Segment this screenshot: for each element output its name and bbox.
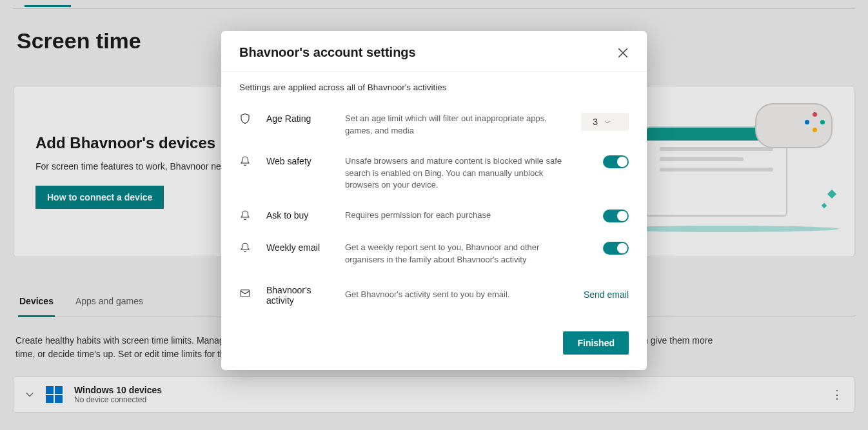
activity-desc: Get Bhavnoor's activity sent to you by e… [345,289,576,301]
age-rating-value: 3 [593,117,598,127]
shield-icon [239,113,259,127]
web-safety-toggle[interactable] [603,155,629,168]
age-rating-label: Age Rating [266,113,337,124]
modal-header: Bhavnoor's account settings [221,31,647,72]
finished-button[interactable]: Finished [563,331,629,355]
web-safety-label: Web safety [266,155,337,166]
setting-row-activity: Bhavnoor's activity Get Bhavnoor's activ… [239,275,629,315]
modal-subtitle: Settings are applied across all of Bhavn… [239,83,629,92]
bell-icon [239,210,259,224]
activity-label: Bhavnoor's activity [266,284,337,306]
send-email-link[interactable]: Send email [584,289,629,300]
close-icon[interactable] [617,47,629,59]
modal-title: Bhavnoor's account settings [239,45,416,60]
mail-icon [239,288,259,302]
web-safety-desc: Unsafe browsers and mature content is bl… [345,155,569,192]
modal-body: Settings are applied across all of Bhavn… [221,72,647,320]
setting-row-ask-to-buy: Ask to buy Requires permission for each … [239,200,629,233]
setting-row-weekly-email: Weekly email Get a weekly report sent to… [239,233,629,275]
ask-to-buy-label: Ask to buy [266,210,337,220]
bell-icon [239,155,259,170]
bell-icon [239,242,259,256]
modal-overlay: Bhavnoor's account settings Settings are… [0,0,868,430]
ask-to-buy-toggle[interactable] [603,210,629,222]
chevron-down-icon [604,119,611,125]
age-rating-desc: Set an age limit which will filter out i… [345,113,569,137]
weekly-email-toggle[interactable] [603,242,629,255]
ask-to-buy-desc: Requires permission for each purchase [345,210,569,222]
svg-rect-0 [241,290,250,297]
weekly-email-label: Weekly email [266,242,337,253]
age-rating-select[interactable]: 3 [581,113,629,131]
weekly-email-desc: Get a weekly report sent to you, Bhavnoo… [345,242,569,266]
setting-row-web-safety: Web safety Unsafe browsers and mature co… [239,146,629,201]
account-settings-modal: Bhavnoor's account settings Settings are… [221,31,647,370]
modal-footer: Finished [221,320,647,370]
setting-row-age-rating: Age Rating Set an age limit which will f… [239,104,629,146]
